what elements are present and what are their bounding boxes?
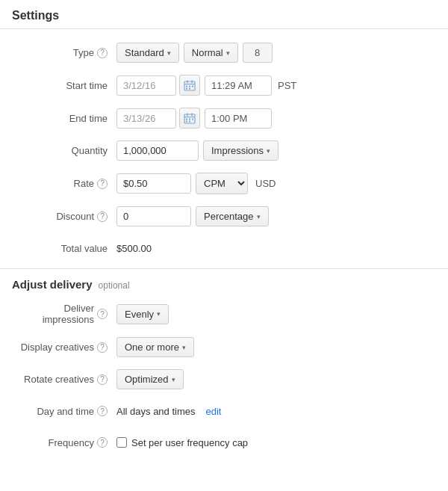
day-and-time-help-icon[interactable]: ? [97, 406, 108, 416]
total-value-row: Total value $500.00 [0, 232, 448, 264]
rotate-creatives-row: Rotate creatives ? Optimized ▾ [0, 363, 448, 395]
discount-controls: Percentage ▾ [116, 206, 436, 226]
rotate-creatives-controls: Optimized ▾ [116, 369, 436, 389]
frequency-checkbox[interactable] [116, 437, 127, 448]
start-time-controls: PST [116, 75, 436, 96]
end-time-label: End time [12, 113, 116, 124]
display-creatives-row: Display creatives ? One or more ▾ [0, 331, 448, 363]
rate-controls: CPM CPC CPD USD [116, 173, 436, 194]
quantity-controls: Impressions ▾ [116, 140, 436, 161]
svg-rect-4 [186, 86, 187, 87]
display-creatives-label: Display creatives ? [12, 342, 116, 353]
discount-input[interactable] [116, 206, 191, 226]
start-time-input[interactable] [205, 75, 272, 96]
adjust-delivery-title: Adjust delivery [12, 278, 93, 291]
day-and-time-value: All days and times [116, 406, 196, 417]
svg-rect-7 [186, 88, 187, 90]
rate-row: Rate ? CPM CPC CPD USD [0, 167, 448, 200]
frequency-help-icon[interactable]: ? [97, 437, 108, 448]
frequency-controls: Set per user frequency cap [116, 437, 436, 448]
display-creatives-select[interactable]: One or more ▾ [116, 337, 194, 357]
end-time-controls [116, 108, 436, 129]
day-and-time-row: Day and time ? All days and times edit [0, 395, 448, 427]
type-row: Type ? Standard ▾ Normal ▾ [0, 37, 448, 69]
type-number-input[interactable] [243, 43, 273, 63]
end-time-input[interactable] [205, 108, 272, 129]
frequency-checkbox-label: Set per user frequency cap [131, 437, 248, 448]
deliver-impressions-help-icon[interactable]: ? [97, 309, 108, 319]
day-and-time-controls: All days and times edit [116, 406, 436, 417]
display-creatives-arrow: ▾ [182, 344, 186, 351]
quantity-type-arrow: ▾ [267, 147, 270, 155]
discount-type-arrow: ▾ [257, 213, 261, 220]
rate-currency-label: USD [255, 178, 276, 189]
total-value-label: Total value [12, 243, 116, 254]
discount-label: Discount ? [12, 211, 116, 222]
frequency-row: Frequency ? Set per user frequency cap [0, 427, 448, 458]
total-value-display: $500.00 [116, 243, 152, 254]
quantity-row: Quantity Impressions ▾ [0, 135, 448, 167]
type-controls: Standard ▾ Normal ▾ [116, 43, 436, 63]
settings-form: Type ? Standard ▾ Normal ▾ Start time [0, 32, 448, 268]
optional-label: optional [99, 280, 130, 291]
svg-rect-17 [189, 121, 190, 123]
start-calendar-icon[interactable] [179, 75, 200, 96]
type-help-icon[interactable]: ? [97, 48, 108, 58]
end-date-input[interactable] [116, 108, 176, 129]
type-normal-select[interactable]: Normal ▾ [184, 43, 238, 63]
rate-label: Rate ? [12, 178, 116, 189]
type-standard-select[interactable]: Standard ▾ [116, 43, 179, 63]
rate-type-select[interactable]: CPM CPC CPD [196, 173, 248, 194]
svg-rect-15 [192, 119, 193, 120]
rotate-creatives-label: Rotate creatives ? [12, 374, 116, 385]
svg-rect-8 [189, 88, 190, 90]
rotate-creatives-select[interactable]: Optimized ▾ [116, 369, 184, 389]
deliver-impressions-arrow: ▾ [157, 310, 161, 318]
day-and-time-edit-link[interactable]: edit [206, 406, 222, 417]
type-standard-arrow: ▾ [167, 49, 171, 57]
deliver-impressions-row: Deliver impressions ? Evenly ▾ [0, 297, 448, 331]
svg-rect-16 [186, 121, 187, 123]
svg-rect-6 [192, 86, 193, 87]
day-and-time-label: Day and time ? [12, 406, 116, 417]
adjust-delivery-header: Adjust delivery optional [0, 268, 448, 297]
frequency-checkbox-row: Set per user frequency cap [116, 437, 248, 448]
discount-row: Discount ? Percentage ▾ [0, 200, 448, 232]
start-date-input[interactable] [116, 75, 176, 96]
quantity-input[interactable] [116, 140, 199, 161]
adjust-delivery-section: Adjust delivery optional Deliver impress… [0, 268, 448, 458]
frequency-label: Frequency ? [12, 437, 116, 448]
settings-title: Settings [0, 0, 448, 29]
start-timezone-label: PST [278, 80, 296, 91]
display-creatives-controls: One or more ▾ [116, 337, 436, 357]
end-calendar-icon[interactable] [179, 108, 200, 129]
rate-input[interactable] [116, 173, 191, 194]
quantity-type-select[interactable]: Impressions ▾ [203, 140, 279, 161]
deliver-impressions-select[interactable]: Evenly ▾ [116, 304, 169, 324]
deliver-impressions-label: Deliver impressions ? [12, 303, 116, 325]
settings-section: Settings Type ? Standard ▾ Normal ▾ [0, 0, 448, 268]
quantity-label: Quantity [12, 145, 116, 156]
start-time-label: Start time [12, 80, 116, 91]
discount-help-icon[interactable]: ? [97, 211, 108, 222]
svg-rect-13 [186, 119, 187, 120]
start-time-row: Start time [0, 69, 448, 102]
end-time-row: End time [0, 102, 448, 135]
svg-rect-14 [189, 119, 190, 120]
type-label: Type ? [12, 47, 116, 58]
svg-rect-5 [189, 86, 190, 87]
rate-help-icon[interactable]: ? [97, 179, 108, 189]
rotate-creatives-arrow: ▾ [172, 376, 175, 383]
discount-type-select[interactable]: Percentage ▾ [196, 206, 269, 226]
deliver-impressions-controls: Evenly ▾ [116, 304, 436, 324]
total-value-controls: $500.00 [116, 243, 436, 254]
rotate-creatives-help-icon[interactable]: ? [97, 374, 108, 385]
type-normal-arrow: ▾ [226, 49, 230, 57]
display-creatives-help-icon[interactable]: ? [97, 342, 108, 353]
